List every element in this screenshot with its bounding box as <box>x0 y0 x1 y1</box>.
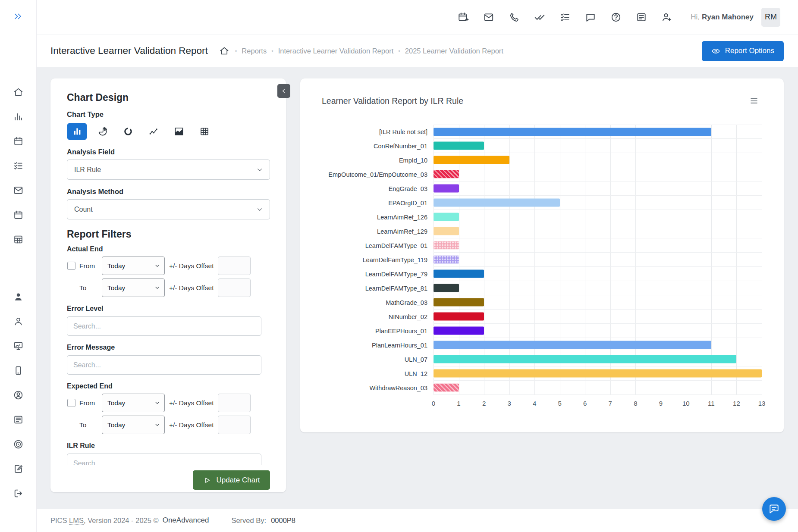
ilr-rule-search-input[interactable] <box>67 454 261 465</box>
breadcrumb-item[interactable]: Reports <box>242 47 267 55</box>
bar-row <box>434 338 762 352</box>
breadcrumb-item[interactable]: 2025 Learner Validation Report <box>405 47 503 55</box>
topbar-event-add-button[interactable] <box>458 12 469 23</box>
topbar-help-button[interactable] <box>610 12 622 23</box>
sidebar-expand-button[interactable] <box>13 11 23 22</box>
topbar-phone-button[interactable] <box>509 12 520 23</box>
chart-design-panel: Chart Design Chart Type Analysis Field I… <box>50 78 286 492</box>
device-icon <box>13 365 24 376</box>
bar[interactable] <box>434 199 560 207</box>
actual-end-from-offset-input[interactable] <box>218 257 251 275</box>
chat-icon <box>768 503 780 515</box>
error-level-search-input[interactable] <box>67 316 261 336</box>
topbar-person-add-button[interactable] <box>661 12 672 23</box>
chart-type-donut-button[interactable] <box>118 123 138 140</box>
sidebar-item-news[interactable] <box>7 407 29 432</box>
axis-tick-label: 9 <box>659 400 663 407</box>
chevron-down-icon <box>154 422 160 428</box>
home-icon <box>219 46 229 56</box>
chart-menu-button[interactable] <box>749 96 759 106</box>
bar[interactable] <box>434 313 484 321</box>
actual-end-to-select[interactable]: Today <box>102 279 165 297</box>
bar[interactable] <box>434 142 484 150</box>
sidebar-item-user-circle[interactable] <box>7 383 29 407</box>
bar-row <box>434 125 762 139</box>
expected-end-from-offset-input[interactable] <box>218 394 251 412</box>
bar[interactable] <box>434 241 459 250</box>
report-options-button[interactable]: Report Options <box>702 41 784 61</box>
analytics-icon <box>13 111 24 122</box>
actual-end-from-select[interactable]: Today <box>102 257 165 275</box>
topbar-chat-button[interactable] <box>585 12 596 23</box>
update-chart-button[interactable]: Update Chart <box>193 470 270 490</box>
sidebar-item-home[interactable] <box>7 80 29 104</box>
bar[interactable] <box>434 298 484 307</box>
sidebar-item-user[interactable] <box>7 285 29 309</box>
avatar[interactable]: RM <box>761 8 780 27</box>
topbar: Hi,Ryan Mahoney RM <box>37 0 798 34</box>
axis-tick-label: 0 <box>432 400 435 407</box>
user-circle-icon <box>13 390 24 401</box>
bar[interactable] <box>434 284 459 292</box>
analysis-field-select[interactable]: ILR Rule <box>67 160 270 180</box>
bar-row <box>434 224 762 238</box>
bar[interactable] <box>434 170 459 178</box>
bar[interactable] <box>434 128 711 136</box>
sidebar-item-workstation[interactable] <box>7 334 29 358</box>
sidebar-item-user-settings[interactable] <box>7 309 29 334</box>
topbar-checklist-button[interactable] <box>559 12 571 23</box>
actual-end-from-checkbox[interactable] <box>67 262 75 270</box>
expected-end-from-checkbox[interactable] <box>67 399 75 407</box>
bar-row <box>434 167 762 182</box>
bar[interactable] <box>434 256 459 264</box>
axis-tick-label: 11 <box>708 400 715 407</box>
chart-type-pie-button[interactable] <box>92 123 113 140</box>
breadcrumb-item[interactable]: Interactive Learner Validation Report <box>278 47 394 55</box>
chart-type-area-button[interactable] <box>169 123 189 140</box>
sidebar-item-tasks[interactable] <box>7 153 29 178</box>
axis-tick-label: 5 <box>558 400 562 407</box>
chart-type-line-button[interactable] <box>143 123 163 140</box>
sidebar-item-mail[interactable] <box>7 178 29 203</box>
chart-rows <box>434 125 762 395</box>
topbar-mail-button[interactable] <box>483 12 494 23</box>
topbar-news-button[interactable] <box>636 12 647 23</box>
bar[interactable] <box>434 384 459 392</box>
axis-tick-label: 10 <box>682 400 690 407</box>
chart-type-table-button[interactable] <box>194 123 214 140</box>
error-message-search-input[interactable] <box>67 355 261 375</box>
bar[interactable] <box>434 227 459 235</box>
actual-end-to-offset-input[interactable] <box>218 279 251 297</box>
chat-fab-button[interactable] <box>762 497 786 521</box>
bar-label: NINumber_02 <box>300 310 434 324</box>
sidebar-item-table[interactable] <box>7 227 29 252</box>
chart-header: Learner Validation Report by ILR Rule <box>300 78 784 106</box>
bar[interactable] <box>434 213 459 221</box>
expected-end-from-select[interactable]: Today <box>102 394 165 412</box>
bar[interactable] <box>434 185 459 193</box>
breadcrumb-home-button[interactable] <box>219 46 229 56</box>
sidebar-item-analytics[interactable] <box>7 104 29 129</box>
sidebar-item-logout[interactable] <box>7 481 29 506</box>
sidebar-item-document-edit[interactable] <box>7 457 29 481</box>
expected-end-to-select[interactable]: Today <box>102 416 165 434</box>
sidebar-item-device[interactable] <box>7 358 29 383</box>
topbar-done-all-button[interactable] <box>534 12 545 23</box>
bar-label: ULN_07 <box>300 352 434 366</box>
expected-end-to-offset-input[interactable] <box>218 416 251 434</box>
filters-scroll[interactable]: Actual End From Today +/- Days Offset <box>67 244 270 465</box>
sidebar-item-calendar[interactable] <box>7 129 29 153</box>
ct-line-icon <box>148 126 159 137</box>
bar[interactable] <box>434 156 509 164</box>
bar[interactable] <box>434 369 762 378</box>
sidebar-item-target[interactable] <box>7 432 29 457</box>
collapse-panel-button[interactable] <box>277 84 290 98</box>
bar[interactable] <box>434 270 484 278</box>
sidebar-item-schedule[interactable] <box>7 203 29 227</box>
analysis-method-select[interactable]: Count <box>67 199 270 219</box>
days-offset-label: +/- Days Offset <box>169 421 214 429</box>
bar[interactable] <box>434 341 711 349</box>
bar[interactable] <box>434 355 736 363</box>
bar[interactable] <box>434 327 484 335</box>
chart-type-bar-button[interactable] <box>67 123 87 140</box>
